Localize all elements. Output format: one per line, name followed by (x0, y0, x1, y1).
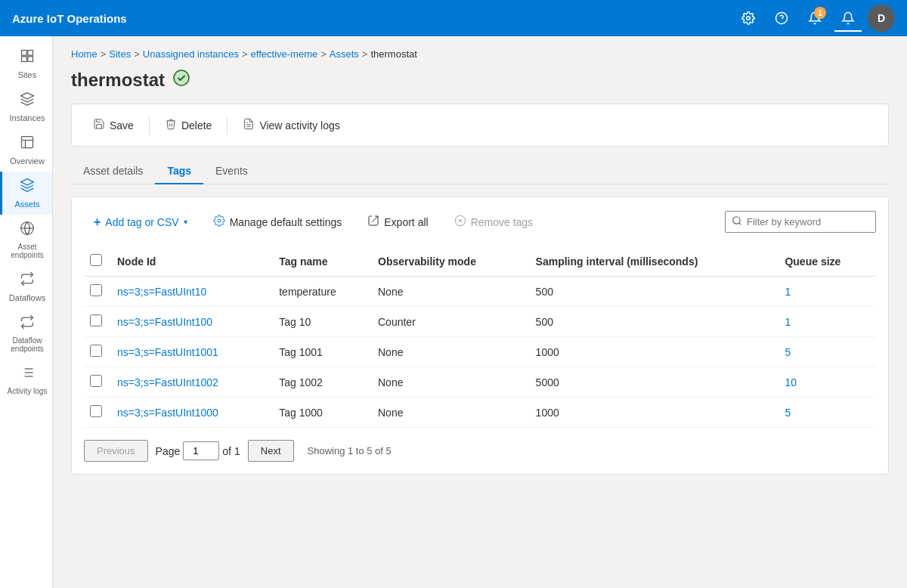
row-checkbox-4[interactable] (90, 405, 102, 417)
sidebar-item-instances[interactable]: Instances (0, 85, 52, 128)
row-checkbox-cell[interactable] (84, 337, 111, 367)
sidebar-item-dataflows[interactable]: Dataflows (0, 265, 52, 308)
cell-queue-size[interactable]: 10 (779, 367, 876, 398)
sidebar-item-asset-endpoints[interactable]: Asset endpoints (0, 215, 52, 265)
export-label: Export all (384, 216, 428, 228)
tab-asset-details[interactable]: Asset details (71, 159, 155, 184)
nav-icons: 1 D (735, 5, 895, 32)
cell-node-id[interactable]: ns=3;s=FastUInt10 (111, 277, 273, 307)
svg-point-23 (218, 219, 221, 222)
table-toolbar: + Add tag or CSV ▾ Manage default settin… (84, 209, 876, 234)
tab-events[interactable]: Events (203, 159, 260, 184)
row-checkbox-3[interactable] (90, 375, 102, 387)
page-title-row: thermostat (71, 69, 889, 91)
node-id-link[interactable]: ns=3;s=FastUInt1000 (117, 407, 218, 419)
toolbar-divider-2 (227, 116, 228, 135)
cell-tag-name: Tag 1002 (273, 367, 372, 398)
remove-tags-button[interactable]: Remove tags (444, 209, 543, 234)
page-label: Page (156, 445, 181, 457)
tabs-row: Asset details Tags Events (71, 159, 889, 184)
breadcrumb-sites[interactable]: Sites (109, 48, 131, 60)
cell-node-id[interactable]: ns=3;s=FastUInt100 (111, 307, 273, 337)
delete-label: Delete (181, 119, 212, 132)
tab-tags[interactable]: Tags (155, 159, 203, 184)
page-title: thermostat (71, 70, 165, 91)
sidebar-label-instances: Instances (9, 113, 45, 122)
export-button[interactable]: Export all (358, 209, 438, 234)
table-card: + Add tag or CSV ▾ Manage default settin… (71, 197, 889, 475)
app-title: Azure IoT Operations (12, 12, 735, 25)
search-icon (732, 215, 742, 228)
col-queue: Queue size (779, 246, 876, 277)
of-label: of (222, 445, 231, 457)
cell-observability: None (372, 337, 530, 367)
row-checkbox-cell[interactable] (84, 307, 111, 337)
svg-line-24 (373, 216, 378, 221)
breadcrumb-assets[interactable]: Assets (330, 48, 359, 60)
overview-icon (20, 135, 35, 153)
cell-queue-size[interactable]: 1 (779, 277, 876, 307)
row-checkbox-0[interactable] (90, 284, 102, 296)
sidebar-label-activity-logs: Activity logs (8, 387, 48, 395)
view-activity-button[interactable]: View activity logs (234, 113, 348, 137)
node-id-link[interactable]: ns=3;s=FastUInt10 (117, 286, 206, 298)
cell-node-id[interactable]: ns=3;s=FastUInt1001 (111, 337, 273, 367)
cell-queue-size[interactable]: 5 (779, 398, 876, 428)
breadcrumb-home[interactable]: Home (71, 48, 98, 60)
assets-icon (20, 178, 35, 197)
manage-label: Manage default settings (230, 216, 342, 228)
cell-sampling: 5000 (530, 367, 779, 398)
row-checkbox-1[interactable] (90, 314, 102, 326)
top-navigation: Azure IoT Operations 1 D (0, 0, 907, 36)
cell-queue-size[interactable]: 1 (779, 307, 876, 337)
table-row: ns=3;s=FastUInt1002 Tag 1002 None 5000 1… (84, 367, 876, 398)
filter-input[interactable] (747, 216, 869, 227)
sidebar-label-dataflows: Dataflows (9, 293, 45, 302)
node-id-link[interactable]: ns=3;s=FastUInt100 (117, 316, 212, 328)
cell-queue-size[interactable]: 5 (779, 337, 876, 367)
cell-node-id[interactable]: ns=3;s=FastUInt1002 (111, 367, 273, 398)
sidebar-label-overview: Overview (10, 156, 45, 166)
sidebar-item-sites[interactable]: Sites (0, 42, 52, 85)
cell-sampling: 1000 (530, 398, 779, 428)
page-number-input[interactable] (183, 441, 219, 460)
user-avatar[interactable]: D (868, 5, 895, 32)
row-checkbox-2[interactable] (90, 345, 102, 357)
help-button[interactable] (768, 5, 795, 32)
delete-button[interactable]: Delete (156, 113, 221, 137)
save-button[interactable]: Save (84, 113, 143, 137)
breadcrumb-effective-meme[interactable]: effective-meme (251, 48, 318, 60)
col-observability: Observability mode (372, 246, 530, 277)
previous-button[interactable]: Previous (84, 440, 148, 462)
activity-logs-icon (20, 365, 35, 384)
add-tag-button[interactable]: + Add tag or CSV ▾ (84, 210, 197, 234)
showing-text: Showing 1 to 5 of 5 (308, 445, 392, 456)
breadcrumb-current: thermostat (370, 48, 416, 60)
manage-settings-button[interactable]: Manage default settings (203, 209, 352, 234)
dropdown-chevron: ▾ (184, 218, 187, 226)
cell-node-id[interactable]: ns=3;s=FastUInt1000 (111, 398, 273, 428)
row-checkbox-cell[interactable] (84, 367, 111, 398)
select-all-checkbox[interactable] (90, 254, 102, 266)
row-checkbox-cell[interactable] (84, 277, 111, 307)
settings-button[interactable] (735, 5, 762, 32)
alerts-button[interactable] (834, 5, 862, 32)
svg-rect-4 (28, 51, 33, 56)
breadcrumb-unassigned[interactable]: Unassigned instances (143, 48, 239, 60)
svg-point-28 (733, 217, 740, 224)
notifications-button[interactable]: 1 (801, 5, 828, 32)
sidebar-item-assets[interactable]: Assets (0, 172, 52, 215)
select-all-header[interactable] (84, 246, 111, 277)
node-id-link[interactable]: ns=3;s=FastUInt1002 (117, 376, 218, 388)
node-id-link[interactable]: ns=3;s=FastUInt1001 (117, 346, 218, 358)
sidebar-item-dataflow-endpoints[interactable]: Dataflow endpoints (0, 308, 52, 359)
sidebar-item-overview[interactable]: Overview (0, 128, 52, 172)
svg-point-0 (747, 17, 751, 20)
filter-input-wrap[interactable] (725, 211, 876, 233)
row-checkbox-cell[interactable] (84, 398, 111, 428)
cell-tag-name: temperature (273, 277, 372, 307)
add-tag-label: Add tag or CSV (105, 216, 178, 228)
sidebar-item-activity-logs[interactable]: Activity logs (0, 359, 52, 401)
next-button[interactable]: Next (248, 440, 294, 462)
table-row: ns=3;s=FastUInt1001 Tag 1001 None 1000 5 (84, 337, 876, 367)
